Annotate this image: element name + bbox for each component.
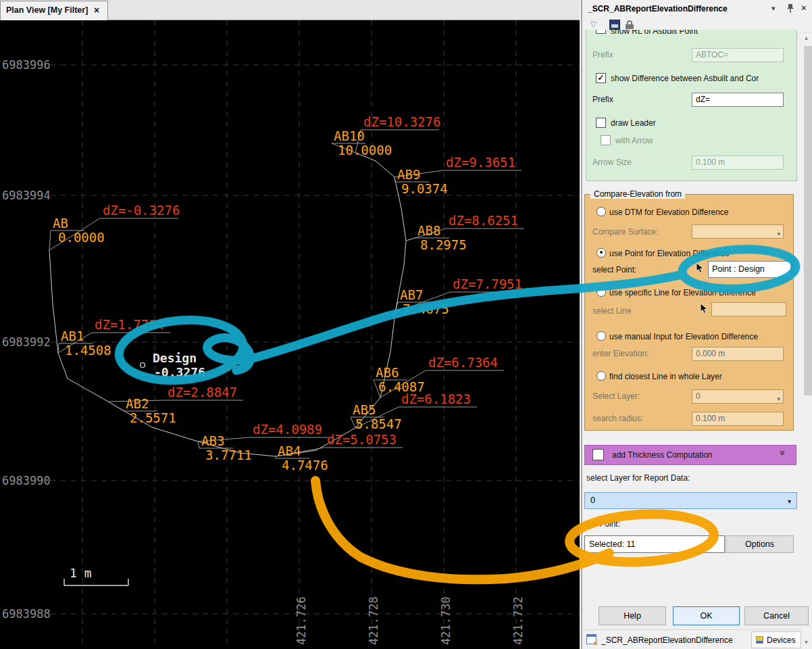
svg-text:3.7711: 3.7711 — [205, 448, 252, 462]
select-layer-combo[interactable]: 0▾ — [692, 389, 784, 404]
prefix-dz-field[interactable]: dZ= — [692, 93, 784, 107]
svg-text:dZ=6.1823: dZ=6.1823 — [401, 391, 471, 406]
svg-text:AB7: AB7 — [400, 287, 423, 302]
select-point-label: select Point: — [592, 265, 636, 274]
radio-use-dtm[interactable] — [597, 207, 606, 216]
application-window: Plan View [My Filter] × AB0.0000AB11.450… — [0, 0, 812, 649]
scrollbar-down-icon[interactable]: ▾ — [805, 638, 808, 646]
compare-surface-label: Compare Surface: — [592, 227, 658, 237]
lock-icon[interactable] — [626, 20, 634, 30]
close-icon[interactable]: × — [801, 3, 807, 13]
window-menu-icon[interactable]: ▾ — [771, 4, 776, 13]
expand-icon[interactable]: » — [778, 450, 788, 456]
svg-text:10.0000: 10.0000 — [338, 143, 392, 158]
plan-tabstrip: Plan View [My Filter] × — [0, 0, 580, 20]
devices-tab-label: Devices — [767, 635, 796, 645]
image-icon[interactable] — [609, 20, 620, 30]
svg-text:421.728: 421.728 — [367, 596, 380, 645]
close-icon[interactable]: × — [94, 5, 99, 16]
checkbox-with-arrow[interactable] — [601, 135, 611, 145]
checkbox-draw-leader[interactable] — [596, 118, 606, 128]
select-line-field[interactable] — [711, 302, 786, 316]
svg-text:5.8547: 5.8547 — [355, 416, 402, 431]
select-layer-label: Select Layer: — [592, 391, 640, 401]
ok-button[interactable]: OK — [673, 606, 740, 625]
radio-closest-line[interactable] — [597, 371, 606, 381]
svg-text:dZ=7.7951: dZ=7.7951 — [453, 277, 522, 291]
checkbox-add-thickness[interactable] — [592, 449, 604, 460]
svg-text:AB5: AB5 — [353, 402, 376, 417]
dz-labels: dZ=-0.3276dZ=10.3276dZ=9.3651dZ=8.6251dZ… — [95, 114, 522, 447]
svg-text:6983990: 6983990 — [2, 474, 51, 487]
svg-text:7.4675: 7.4675 — [403, 302, 449, 316]
select-line-label: select Line — [592, 306, 631, 316]
scrollbar-thumb[interactable] — [804, 46, 812, 395]
report-layer-combo[interactable]: 0 ▾ — [584, 492, 797, 509]
report-layer-label: select Layer for Report Data: — [586, 473, 690, 483]
radio-use-point[interactable]: ● — [597, 248, 606, 258]
ab-point-selected-field[interactable]: Selected: 11 — [584, 535, 725, 553]
manual-input-label: use manual Input for Elevation Differenc… — [609, 332, 758, 341]
svg-text:9.0374: 9.0374 — [401, 181, 448, 196]
plan-view-tab[interactable]: Plan View [My Filter] × — [0, 1, 108, 20]
compare-surface-combo[interactable]: ▾ — [692, 224, 784, 239]
chevron-down-icon: ▾ — [777, 393, 780, 404]
prefix-abtoc-field[interactable]: ABTOC= — [692, 48, 784, 62]
plan-view-canvas[interactable]: AB0.0000AB11.4508AB22.5571AB33.7711AB44.… — [0, 20, 580, 649]
cursor-icon — [696, 262, 705, 274]
svg-text:dZ=10.3276: dZ=10.3276 — [363, 114, 440, 129]
panel-title: _SCR_ABReportElevationDifference — [588, 4, 728, 14]
show-rl-label: show RL of Asbuilt Point — [611, 30, 698, 36]
script-form-icon — [586, 634, 597, 644]
prefix-dz-label: Prefix — [592, 95, 613, 104]
select-point-field[interactable]: Point : Design — [708, 261, 791, 278]
use-point-label: use Point for Elevation Difference — [609, 249, 730, 258]
search-radius-field[interactable]: 0.100 m — [692, 412, 784, 426]
cancel-button[interactable]: Cancel — [744, 606, 809, 625]
report-layer-value: 0 — [590, 496, 595, 505]
svg-text:4.7476: 4.7476 — [282, 458, 328, 473]
script-form-icon-pen — [594, 642, 597, 645]
elevation-report-panel: _SCR_ABReportElevationDifference ▾ × ▽ s… — [581, 0, 812, 649]
help-button[interactable]: Help — [599, 606, 666, 625]
clipped-row: show RL of Asbuilt Point — [586, 30, 789, 39]
arrow-size-field[interactable]: 0.100 m — [692, 155, 784, 170]
enter-elevation-field[interactable]: 0.000 m — [692, 347, 784, 361]
options-button[interactable]: Options — [726, 535, 794, 553]
compare-elevation-legend: Compare-Elevation from — [590, 189, 685, 199]
checkbox-show-rl[interactable] — [596, 30, 606, 34]
grid-lines — [0, 20, 580, 649]
svg-text:dZ=1.7784: dZ=1.7784 — [95, 317, 164, 332]
svg-text:2.5571: 2.5571 — [130, 410, 176, 425]
select-layer-value: 0 — [696, 391, 701, 401]
pin-icon[interactable] — [786, 3, 794, 15]
svg-text:AB: AB — [53, 216, 68, 231]
arrow-size-label: Arrow Size — [592, 158, 632, 167]
svg-text:6983996: 6983996 — [2, 58, 51, 72]
svg-text:421.730: 421.730 — [439, 596, 453, 645]
radio-manual-input[interactable] — [597, 331, 606, 341]
svg-text:-0.3276: -0.3276 — [154, 365, 205, 379]
script-form-icon-bar — [587, 635, 596, 637]
svg-text:AB1: AB1 — [61, 329, 84, 343]
devices-icon-base — [757, 641, 763, 643]
svg-text:dZ=9.3651: dZ=9.3651 — [446, 155, 515, 170]
devices-tab[interactable]: Devices — [751, 631, 801, 648]
svg-text:dZ=4.0989: dZ=4.0989 — [253, 422, 322, 437]
panel-titlebar: _SCR_ABReportElevationDifference ▾ × — [582, 0, 812, 18]
bottom-tab-label[interactable]: _SCR_ABReportElevationDifference — [601, 635, 733, 645]
svg-text:AB6: AB6 — [376, 365, 399, 380]
svg-text:AB10: AB10 — [334, 128, 365, 143]
ab-point-label: AB Point: — [586, 519, 620, 529]
svg-text:dZ=2.8847: dZ=2.8847 — [168, 385, 237, 400]
checkbox-show-difference[interactable]: ✓ — [596, 73, 606, 83]
prefix-abtoc-label: Prefix — [592, 50, 613, 59]
panel-bottom-bar: _SCR_ABReportElevationDifference Devices — [582, 629, 803, 649]
add-thickness-label: add Thickness Computation — [612, 450, 713, 460]
scrollbar-up-icon[interactable]: ▴ — [805, 34, 808, 41]
devices-icon — [756, 636, 763, 644]
draw-leader-label: draw Leader — [611, 118, 656, 128]
dropdown-flag-icon[interactable]: ▽ — [590, 20, 597, 29]
svg-text:421.732: 421.732 — [511, 596, 525, 645]
radio-use-line[interactable] — [597, 287, 606, 297]
